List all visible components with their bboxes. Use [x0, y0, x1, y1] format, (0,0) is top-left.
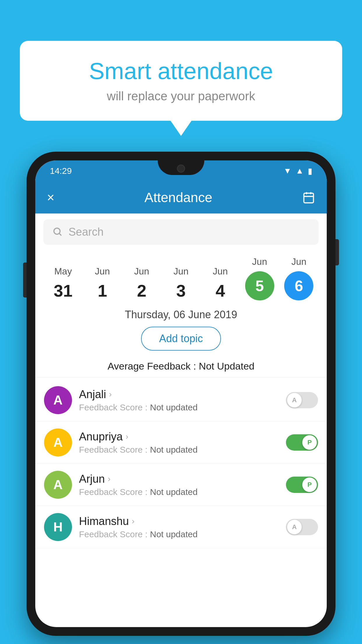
bubble-subtitle: will replace your paperwork [43, 89, 319, 103]
svg-point-4 [54, 228, 60, 234]
date-item[interactable]: Jun5 [241, 256, 279, 300]
signal-icon: ▲ [296, 166, 304, 176]
search-icon [52, 226, 63, 238]
date-scroll: May31Jun1Jun2Jun3Jun4Jun5Jun6 [35, 251, 327, 303]
student-name: Arjun › [79, 473, 279, 485]
student-info: Himanshu ›Feedback Score : Not updated [79, 515, 279, 539]
toggle-on[interactable]: P [286, 434, 318, 451]
date-month: Jun [213, 266, 228, 277]
date-item[interactable]: Jun2 [123, 266, 161, 300]
add-topic-button[interactable]: Add topic [141, 327, 221, 351]
chevron-icon: › [126, 432, 128, 441]
app-bar-title: Attendance [144, 190, 212, 205]
date-item[interactable]: Jun6 [280, 256, 318, 300]
student-feedback: Feedback Score : Not updated [79, 529, 279, 539]
date-day: 2 [137, 281, 146, 300]
phone-outer: 14:29 ▼ ▲ ▮ × Attendance [27, 152, 335, 636]
avatar: A [44, 471, 72, 499]
date-day: 4 [216, 281, 225, 300]
toggle-on[interactable]: P [286, 477, 318, 493]
close-button[interactable]: × [47, 190, 55, 205]
date-month: Jun [134, 266, 149, 277]
selected-date-label: Thursday, 06 June 2019 [35, 303, 327, 325]
svg-line-5 [59, 233, 61, 235]
date-day: 6 [284, 271, 313, 300]
avatar: A [44, 428, 72, 456]
student-row[interactable]: AArjun ›Feedback Score : Not updatedP [35, 464, 327, 506]
student-info: Anupriya ›Feedback Score : Not updated [79, 430, 279, 455]
date-day: 5 [245, 271, 274, 300]
app-bar: × Attendance [35, 181, 327, 214]
toggle-knob: P [302, 477, 317, 492]
avatar: H [44, 513, 72, 541]
date-day: 1 [98, 281, 107, 300]
date-item[interactable]: Jun4 [201, 266, 239, 300]
student-name: Anjali › [79, 388, 279, 401]
toggle-off[interactable]: A [286, 519, 318, 535]
date-item[interactable]: Jun3 [162, 266, 200, 300]
date-month: May [54, 266, 72, 277]
wifi-icon: ▼ [284, 166, 292, 176]
toggle-knob: A [287, 520, 302, 534]
chevron-icon: › [108, 474, 110, 484]
speech-bubble-wrapper: Smart attendance will replace your paper… [20, 41, 342, 121]
toggle-knob: A [287, 393, 302, 407]
svg-rect-0 [304, 193, 313, 203]
student-feedback: Feedback Score : Not updated [79, 487, 279, 497]
student-name: Himanshu › [79, 515, 279, 528]
avg-feedback: Average Feedback : Not Updated [35, 355, 327, 375]
date-day: 31 [54, 281, 73, 300]
student-info: Arjun ›Feedback Score : Not updated [79, 473, 279, 497]
toggle-off[interactable]: A [286, 392, 318, 408]
bubble-title: Smart attendance [43, 58, 319, 84]
chevron-icon: › [109, 390, 112, 399]
student-row[interactable]: AAnjali ›Feedback Score : Not updatedA [35, 379, 327, 421]
avatar: A [44, 386, 72, 414]
chevron-icon: › [132, 517, 134, 526]
calendar-icon[interactable] [302, 191, 315, 204]
date-month: Jun [291, 256, 307, 267]
search-bar[interactable]: Search [43, 219, 319, 245]
status-icons: ▼ ▲ ▮ [284, 166, 312, 176]
phone-screen: 14:29 ▼ ▲ ▮ × Attendance [35, 160, 327, 627]
camera-lens [177, 164, 185, 173]
date-item[interactable]: Jun1 [83, 266, 121, 300]
date-day: 3 [176, 281, 186, 300]
speech-bubble: Smart attendance will replace your paper… [20, 41, 342, 121]
student-info: Anjali ›Feedback Score : Not updated [79, 388, 279, 412]
student-feedback: Feedback Score : Not updated [79, 402, 279, 412]
students-list: AAnjali ›Feedback Score : Not updatedAAA… [35, 379, 327, 548]
date-month: Jun [95, 266, 110, 277]
student-row[interactable]: HHimanshu ›Feedback Score : Not updatedA [35, 506, 327, 548]
toggle-knob: P [302, 435, 317, 450]
status-time: 14:29 [50, 166, 72, 176]
search-placeholder: Search [68, 226, 103, 238]
battery-icon: ▮ [308, 166, 312, 176]
date-month: Jun [252, 256, 267, 267]
student-name: Anupriya › [79, 430, 279, 443]
student-row[interactable]: AAnupriya ›Feedback Score : Not updatedP [35, 421, 327, 464]
student-feedback: Feedback Score : Not updated [79, 445, 279, 455]
phone-notch [158, 160, 204, 175]
date-item[interactable]: May31 [44, 266, 82, 300]
date-month: Jun [173, 266, 189, 277]
